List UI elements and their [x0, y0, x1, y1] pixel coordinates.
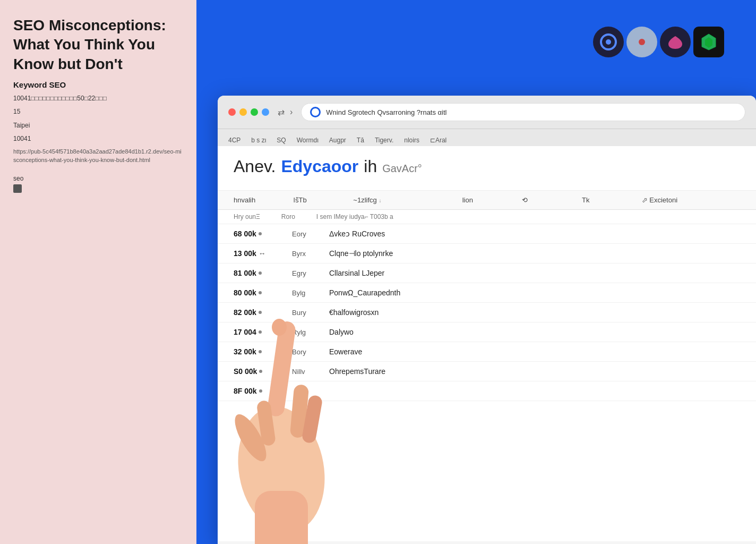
type-7: Nillv [292, 368, 319, 376]
keyword-1: Clqne⊣lo ptolynrke [329, 249, 740, 258]
trend-icon-2 [259, 271, 262, 275]
table-body: 68 00k Eory Δvkeɔ RuCroves 13 00k ↔ Byrx… [218, 224, 756, 401]
th-4[interactable]: ⟲ [522, 196, 571, 204]
table-row[interactable]: 13 00k ↔ Byrx Clqne⊣lo ptolynrke [218, 244, 756, 264]
th-6[interactable]: ⬀ Excietoni [642, 196, 740, 204]
th-1[interactable]: ls̃Tb [294, 196, 343, 204]
trend-icon-3 [259, 291, 262, 294]
col-sub-2: I sem IMey iudya⌐ T003b a [316, 213, 393, 220]
minimize-button[interactable] [239, 108, 247, 116]
volume-8: 8F 00k [234, 387, 281, 395]
page-title-area: Anev. Edycaoor ih GavAcr° [234, 157, 740, 176]
keyword-7: OhrepemsTurare [329, 367, 740, 376]
type-1: Byrx [292, 250, 319, 258]
th-3[interactable]: lion [462, 196, 512, 204]
keyword-0: Δvkeɔ RuCroves [329, 230, 740, 238]
logo-1-icon [593, 27, 624, 57]
page-title-prefix: Anev. [234, 157, 276, 176]
extra-button[interactable] [262, 108, 269, 116]
volume-6: 32 00k [234, 347, 281, 356]
type-5: Rylg [292, 328, 319, 336]
col-sub-1: Roro [281, 213, 295, 220]
table-row[interactable]: 68 00k Eory Δvkeɔ RuCroves [218, 224, 756, 244]
right-panel: ⇄ › Wnind Sgrotech Qvsarroning ?rnats αi… [196, 0, 756, 544]
tab-0[interactable]: 4CP [228, 134, 240, 146]
column-subheaders: Hry ounΞ Roro I sem IMey iudya⌐ T003b a [218, 210, 756, 224]
svg-point-2 [639, 39, 645, 45]
trend-icon-6 [259, 350, 262, 353]
browser-tabs: 4CP b s zι SQ Wormdι Augpr Tā Tigerv. nl… [218, 129, 756, 146]
logo-3-icon [660, 27, 691, 57]
article-url: https://pub-5c454f571b8e40a3a2aad27ade84… [13, 147, 183, 165]
type-2: Egry [292, 269, 319, 277]
page-title-suffix: ih [364, 157, 377, 176]
tab-worn-ji[interactable]: Wormdι [297, 134, 319, 146]
tab-1[interactable]: b s zι [251, 134, 266, 146]
type-6: Bory [292, 348, 319, 356]
keyword-2: Cllarsinal LJeper [329, 269, 740, 277]
table-row[interactable]: 82 00k Bury €halfowigrosxn [218, 303, 756, 322]
tag-seo: seo [13, 175, 23, 182]
tab-2[interactable]: SQ [277, 134, 286, 146]
tab-4[interactable]: Augpr [329, 134, 346, 146]
logo-2-icon [626, 27, 657, 57]
tab-6[interactable]: Tigerv. [375, 134, 393, 146]
address-bar[interactable]: Wnind Sgrotech Qvsarroning ?rnats αitl [301, 103, 745, 121]
th-2[interactable]: ~1zlifcg ↓ [353, 196, 451, 204]
sort-arrow-icon: ↓ [379, 198, 381, 203]
meta-line1: 10041□□□□□□□□□□□□50□22□□□ [13, 94, 183, 104]
meta-line3: Taipei [13, 121, 183, 131]
volume-0: 68 00k [234, 230, 281, 238]
table-row[interactable]: 8F 00k [218, 381, 756, 401]
type-3: Bylg [292, 289, 319, 297]
volume-7: S0 00k [234, 367, 281, 376]
meta-line2: 15 [13, 107, 183, 117]
table-header-row: hnvalih ls̃Tb ~1zlifcg ↓ lion ⟲ Tk ⬀ Exc… [218, 191, 756, 210]
left-panel: SEO Misconceptions: What You Think You K… [0, 0, 196, 544]
close-button[interactable] [228, 108, 236, 116]
page-subtitle: GavAcr° [382, 163, 422, 175]
svg-point-1 [606, 39, 611, 45]
tab-8[interactable]: ⊏Aral [430, 134, 446, 146]
volume-4: 82 00k [234, 308, 281, 317]
trend-icon-4 [259, 311, 262, 314]
col-sub-0: Hry ounΞ [234, 213, 260, 220]
table-row[interactable]: 17 004 Rylg Dalywo [218, 322, 756, 342]
traffic-lights [228, 108, 269, 116]
trend-icon-1: ↔ [259, 249, 266, 258]
forward-icon[interactable]: › [290, 107, 293, 117]
tab-7[interactable]: nloirs [404, 134, 419, 146]
logo-area [593, 27, 724, 57]
trend-icon-5 [259, 330, 262, 334]
type-4: Bury [292, 309, 319, 317]
meta-line4: 10041 [13, 134, 183, 144]
table-row[interactable]: 80 00k Bylg PonwΩ_Caurapednth [218, 283, 756, 303]
browser-nav: ⇄ › [278, 107, 293, 117]
volume-2: 81 00k [234, 269, 281, 277]
back-icon[interactable]: ⇄ [278, 107, 285, 117]
keyword-5: Dalywo [329, 328, 740, 336]
browser-logo-icon [310, 107, 321, 117]
browser-chrome: ⇄ › Wnind Sgrotech Qvsarroning ?rnats αi… [218, 96, 756, 129]
keyword-3: PonwΩ_Caurapednth [329, 288, 740, 297]
keyword-label: Keyword SEO [13, 80, 183, 89]
table-row[interactable]: S0 00k Nillv OhrepemsTurare [218, 362, 756, 381]
tab-to[interactable]: Tā [357, 134, 364, 146]
th-5[interactable]: Tk [582, 196, 631, 204]
volume-1: 13 00k ↔ [234, 249, 281, 258]
article-title: SEO Misconceptions: What You Think You K… [13, 16, 183, 74]
table-row[interactable]: 81 00k Egry Cllarsinal LJeper [218, 264, 756, 283]
keyword-4: €halfowigrosxn [329, 308, 740, 317]
trend-icon-8 [259, 389, 262, 393]
maximize-button[interactable] [251, 108, 258, 116]
keyword-6: Eowerave [329, 347, 740, 356]
th-0[interactable]: hnvalih [234, 196, 283, 204]
trend-icon-7 [259, 370, 262, 373]
browser-window: ⇄ › Wnind Sgrotech Qvsarroning ?rnats αi… [218, 96, 756, 544]
address-text: Wnind Sgrotech Qvsarroning ?rnats αitl [326, 108, 736, 116]
table-row[interactable]: 32 00k Bory Eowerave [218, 342, 756, 362]
tag-icon [13, 184, 22, 193]
page-header: Anev. Edycaoor ih GavAcr° [218, 146, 756, 191]
type-0: Eory [292, 230, 319, 238]
volume-3: 80 00k [234, 288, 281, 297]
